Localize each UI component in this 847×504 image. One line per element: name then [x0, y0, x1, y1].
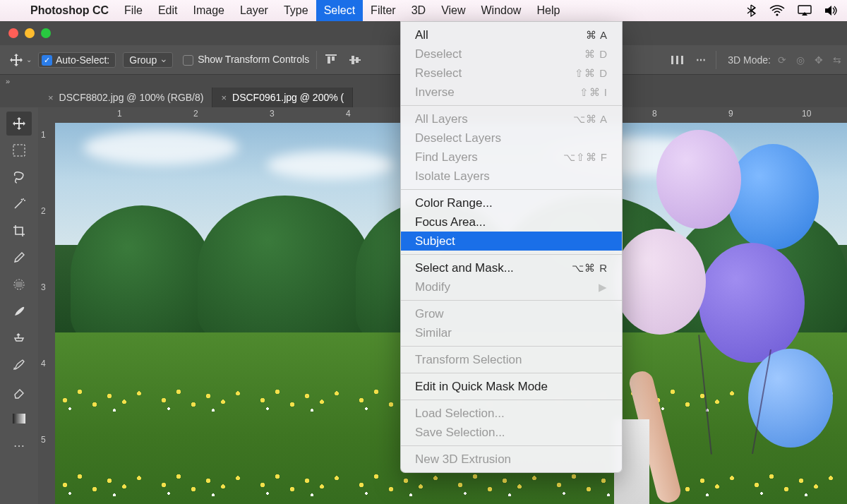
chevron-down-icon: ⌄ — [26, 56, 32, 64]
separator — [716, 51, 716, 69]
window-zoom-button[interactable] — [41, 28, 51, 38]
more-options-icon[interactable]: ⋯ — [695, 53, 709, 67]
3d-slide-icon[interactable]: ⇆ — [833, 54, 841, 66]
auto-select-checkbox[interactable]: ✓ Auto-Select: — [38, 52, 116, 68]
menu-item-label: Isolate Layers — [415, 169, 490, 184]
menu-edit[interactable]: Edit — [150, 0, 186, 21]
menu-select[interactable]: Select — [316, 0, 363, 21]
window-close-button[interactable] — [8, 28, 18, 38]
checkbox-empty-icon — [183, 55, 193, 66]
menu-item-shortcut: ⌥⌘ A — [573, 113, 608, 126]
menu-item-label: New 3D Extrusion — [415, 452, 511, 467]
menu-item-label: Modify — [415, 280, 450, 294]
menu-item-shortcut: ⌘ A — [586, 29, 608, 42]
menu-filter[interactable]: Filter — [363, 0, 404, 21]
lasso-tool[interactable] — [6, 165, 32, 189]
submenu-arrow-icon: ▶ — [599, 281, 608, 294]
menu-3d[interactable]: 3D — [404, 0, 433, 21]
align-icons — [324, 53, 362, 67]
menu-item-label: Inverse — [415, 85, 455, 100]
app-name[interactable]: Photoshop CC — [23, 0, 116, 21]
3d-orbit-icon[interactable]: ⟳ — [778, 54, 786, 66]
menu-item: Inverse⇧⌘ I — [401, 83, 622, 102]
menu-help[interactable]: Help — [529, 0, 567, 21]
menu-layer[interactable]: Layer — [232, 0, 276, 21]
separator — [316, 51, 317, 69]
menu-item: Deselect Layers — [401, 128, 622, 148]
move-tool-preset[interactable]: ⌄ — [6, 53, 35, 67]
close-icon[interactable]: × — [48, 92, 54, 103]
svg-rect-11 — [13, 145, 25, 156]
checkmark-icon: ✓ — [42, 55, 52, 66]
menu-separator — [401, 373, 622, 373]
menu-file[interactable]: File — [116, 0, 150, 21]
show-transform-checkbox[interactable]: Show Transform Controls — [183, 54, 309, 66]
history-brush-tool[interactable] — [6, 353, 32, 377]
crop-tool[interactable] — [6, 219, 32, 243]
3d-roll-icon[interactable]: ◎ — [796, 54, 805, 66]
menu-item[interactable]: Subject — [401, 232, 622, 251]
3d-mode-label: 3D Mode: — [728, 54, 771, 66]
menu-item[interactable]: All⌘ A — [401, 25, 622, 44]
bluetooth-icon[interactable] — [747, 4, 757, 17]
menu-item: Modify▶ — [401, 277, 622, 296]
svg-rect-9 — [676, 56, 678, 64]
window-minimize-button[interactable] — [25, 28, 35, 38]
menu-item-shortcut: ⇧⌘ I — [579, 86, 608, 99]
system-tray — [747, 4, 839, 17]
menu-item-label: Deselect — [415, 47, 462, 61]
close-icon[interactable]: × — [221, 92, 227, 103]
svg-rect-14 — [13, 414, 25, 424]
svg-rect-2 — [325, 54, 337, 56]
tool-panel: ⋯ — [0, 107, 38, 504]
svg-rect-10 — [681, 56, 683, 64]
airplay-icon[interactable] — [798, 5, 812, 16]
gradient-tool[interactable] — [6, 407, 32, 431]
eyedropper-tool[interactable] — [6, 246, 32, 270]
distribute-h-icon[interactable] — [671, 53, 685, 67]
align-top-icon[interactable] — [324, 53, 338, 67]
menu-separator — [401, 300, 622, 301]
select-dropdown-menu: All⌘ ADeselect⌘ DReselect⇧⌘ DInverse⇧⌘ I… — [400, 21, 623, 473]
menu-item-shortcut: ⌥⇧⌘ F — [563, 151, 608, 164]
more-tools[interactable]: ⋯ — [6, 433, 32, 457]
volume-icon[interactable] — [824, 5, 839, 16]
menu-item: Save Selection... — [401, 423, 622, 442]
align-vcenter-icon[interactable] — [348, 53, 362, 67]
menu-item-label: Similar — [415, 326, 452, 340]
menu-item-shortcut: ⇧⌘ D — [575, 67, 608, 80]
svg-rect-4 — [332, 56, 335, 61]
3d-pan-icon[interactable]: ✥ — [815, 54, 823, 66]
document-tab[interactable]: ×DSCF0961.jpg @ 200% ( — [212, 88, 353, 107]
menu-item: Load Selection... — [401, 404, 622, 423]
menu-item[interactable]: Select and Mask...⌥⌘ R — [401, 258, 622, 277]
menu-separator — [401, 346, 622, 347]
menu-item: All Layers⌥⌘ A — [401, 109, 622, 128]
wifi-icon[interactable] — [769, 5, 785, 16]
menu-item-label: All Layers — [415, 112, 468, 126]
magic-wand-tool[interactable] — [6, 192, 32, 216]
marquee-tool[interactable] — [6, 138, 32, 162]
menu-image[interactable]: Image — [185, 0, 232, 21]
ruler-vertical: 1 2 3 4 5 — [38, 107, 55, 504]
healing-brush-tool[interactable] — [6, 272, 32, 296]
clone-stamp-tool[interactable] — [6, 326, 32, 350]
menu-item-label: Deselect Layers — [415, 131, 501, 145]
menu-type[interactable]: Type — [276, 0, 316, 21]
auto-select-label: Auto-Select: — [56, 54, 109, 66]
auto-select-target-dropdown[interactable]: Group — [123, 52, 173, 68]
menu-item[interactable]: Color Range... — [401, 193, 622, 212]
move-tool[interactable] — [6, 112, 32, 136]
mac-menubar: Photoshop CC File Edit Image Layer Type … — [0, 0, 847, 21]
menu-item-label: Grow — [415, 307, 444, 321]
menu-item-label: Subject — [415, 234, 455, 248]
brush-tool[interactable] — [6, 299, 32, 323]
menu-window[interactable]: Window — [474, 0, 529, 21]
eraser-tool[interactable] — [6, 380, 32, 404]
menu-view[interactable]: View — [433, 0, 473, 21]
document-tab[interactable]: ×DSCF8802.jpg @ 100% (RGB/8) — [40, 88, 212, 107]
menu-item[interactable]: Focus Area... — [401, 212, 622, 232]
menu-item-label: Load Selection... — [415, 407, 505, 421]
group-label: Group — [129, 54, 157, 66]
menu-item[interactable]: Edit in Quick Mask Mode — [401, 377, 622, 396]
